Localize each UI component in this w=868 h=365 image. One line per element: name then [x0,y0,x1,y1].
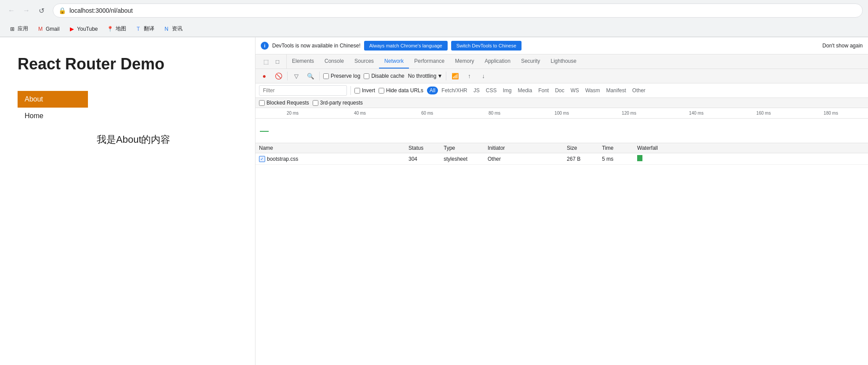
nav-item-about[interactable]: About [18,91,88,108]
col-header-size[interactable]: Size [567,145,602,151]
filter-js-button[interactable]: JS [471,87,482,94]
bookmark-translate[interactable]: T 翻译 [131,23,158,34]
filter-manifest-button[interactable]: Manifest [603,87,628,94]
filter-doc-button[interactable]: Doc [552,87,567,94]
bookmark-apps[interactable]: ⊞ 应用 [5,23,32,34]
tab-performance[interactable]: Performance [409,54,450,69]
translate-icon: T [135,25,142,33]
upload-button[interactable]: ↑ [464,71,474,81]
tab-security[interactable]: Security [516,54,545,69]
col-header-type[interactable]: Type [444,145,488,151]
tick-100ms: 100 ms [528,111,595,116]
filter-all-button[interactable]: All [427,87,438,94]
nav-item-home[interactable]: Home [18,108,88,124]
col-header-status[interactable]: Status [408,145,444,151]
tick-60ms: 60 ms [394,111,461,116]
bookmark-apps-label: 应用 [18,25,28,33]
dont-show-again-link[interactable]: Don't show again [822,43,863,49]
bookmark-maps-label: 地图 [116,25,126,33]
switch-chinese-button[interactable]: Switch DevTools to Chinese [451,41,522,51]
filter-font-button[interactable]: Font [536,87,551,94]
clear-button[interactable]: 🚫 [273,71,284,81]
toolbar-divider-3 [446,72,446,80]
hide-data-urls-checkbox[interactable] [379,88,384,94]
nav-link-home[interactable]: Home [18,108,88,124]
download-button[interactable]: ↓ [478,71,489,81]
search-button[interactable]: 🔍 [305,71,316,81]
filter-button[interactable]: ▽ [291,71,302,81]
nav-link-about[interactable]: About [18,91,88,108]
network-table: Name Status Type Initiator Size Time Wat… [255,143,868,365]
tab-application[interactable]: Application [479,54,516,69]
col-header-time[interactable]: Time [602,145,637,151]
device-toolbar-button[interactable]: □ [272,56,283,67]
filter-input[interactable] [259,85,347,96]
invert-checkbox[interactable] [354,88,360,94]
tick-140ms: 140 ms [663,111,730,116]
third-party-checkbox[interactable] [313,100,318,106]
blocked-requests-checkbox-label[interactable]: Blocked Requests [259,100,309,106]
tick-40ms: 40 ms [326,111,394,116]
bookmark-news-label: 资讯 [172,25,182,33]
tab-sources[interactable]: Sources [349,54,379,69]
preserve-log-checkbox[interactable] [323,73,329,79]
page-nav-list: About Home [18,91,88,124]
gmail-icon: M [37,25,44,33]
tab-network[interactable]: Network [379,54,409,69]
toolbar-divider-2 [319,72,320,80]
apps-icon: ⊞ [9,25,16,33]
filter-img-button[interactable]: Img [500,87,514,94]
nav-bar: ← → ↺ 🔒 localhost:3000/nl/about [0,0,868,21]
filter-fetch-xhr-button[interactable]: Fetch/XHR [439,87,470,94]
reload-button[interactable]: ↺ [35,4,47,17]
waterfall-bar [637,155,642,161]
bookmark-news[interactable]: N 资讯 [160,23,186,34]
forward-button[interactable]: → [20,4,33,17]
wifi-icon-button[interactable]: 📶 [450,71,460,81]
filter-other-button[interactable]: Other [630,87,648,94]
address-bar[interactable]: 🔒 localhost:3000/nl/about [53,4,863,18]
blocked-requests-checkbox[interactable] [259,100,265,106]
page-content: React Router Demo About Home 我是About的内容 [0,37,255,365]
timeline-line [260,131,269,132]
disable-cache-label: Disable cache [371,73,404,79]
tab-elements[interactable]: Elements [287,54,319,69]
invert-checkbox-label[interactable]: Invert [354,87,375,94]
url-text: localhost:3000/nl/about [69,7,133,14]
tick-80ms: 80 ms [461,111,528,116]
table-row[interactable]: ✓ bootstrap.css 304 stylesheet Other 267… [255,153,868,165]
maps-icon: 📍 [107,25,114,33]
col-header-initiator[interactable]: Initiator [488,145,567,151]
record-button[interactable]: ● [259,71,270,81]
devtools-notification: i DevTools is now available in Chinese! … [255,37,868,54]
col-header-name[interactable]: Name [259,145,408,151]
tab-console[interactable]: Console [319,54,349,69]
tab-lighthouse[interactable]: Lighthouse [545,54,582,69]
tab-memory[interactable]: Memory [450,54,479,69]
hide-data-urls-checkbox-label[interactable]: Hide data URLs [379,87,423,94]
filter-wasm-button[interactable]: Wasm [583,87,603,94]
throttle-selector[interactable]: No throttling ▼ [408,73,443,79]
third-party-checkbox-label[interactable]: 3rd-party requests [313,100,363,106]
back-button[interactable]: ← [5,4,18,17]
filter-ws-button[interactable]: WS [568,87,582,94]
bookmark-maps[interactable]: 📍 地图 [103,23,130,34]
filter-media-button[interactable]: Media [515,87,535,94]
disable-cache-checkbox-label[interactable]: Disable cache [364,73,404,79]
bookmark-youtube[interactable]: ▶ YouTube [65,24,101,34]
filter-css-button[interactable]: CSS [483,87,500,94]
match-language-button[interactable]: Always match Chrome's language [364,41,448,51]
bookmark-gmail-label: Gmail [46,26,59,32]
filter-bar: Invert Hide data URLs All Fetch/XHR JS C… [255,83,868,98]
devtools-icons-left: ⬚ □ [259,54,287,69]
bookmark-gmail[interactable]: M Gmail [33,24,63,34]
tick-20ms: 20 ms [259,111,326,116]
inspect-element-button[interactable]: ⬚ [261,56,271,67]
tick-160ms: 160 ms [730,111,797,116]
disable-cache-checkbox[interactable] [364,73,369,79]
col-header-waterfall[interactable]: Waterfall [637,145,864,151]
preserve-log-checkbox-label[interactable]: Preserve log [323,73,360,79]
youtube-icon: ▶ [68,25,75,33]
timeline-ruler: 20 ms 40 ms 60 ms 80 ms 100 ms 120 ms 14… [255,108,868,119]
preserve-log-label: Preserve log [331,73,360,79]
